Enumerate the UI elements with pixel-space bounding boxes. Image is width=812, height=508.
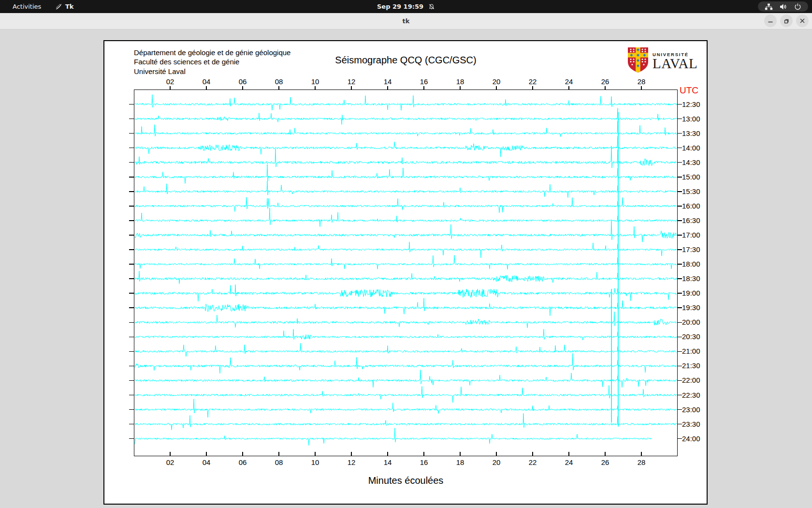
x-tick-label-bottom: 10 (305, 458, 325, 466)
y-tick-right (678, 307, 682, 308)
utc-time-label: 16:00 (682, 202, 700, 210)
minimize-button[interactable] (764, 15, 777, 27)
trace-row-17:30 (135, 242, 677, 258)
utc-axis-label: UTC (680, 85, 698, 96)
y-tick-right (678, 366, 682, 367)
y-tick-left (129, 235, 134, 236)
x-tick-label-bottom: 18 (450, 458, 470, 466)
x-tick-bottom (641, 452, 642, 456)
y-tick-right (678, 293, 682, 294)
universite-laval-logo: UNIVERSITÉ LAVAL (627, 47, 697, 75)
utc-time-label: 17:30 (682, 246, 700, 254)
volume-icon (780, 3, 787, 10)
trace-row-13:30 (135, 121, 677, 138)
utc-time-label: 15:30 (682, 188, 700, 195)
y-tick-left (129, 264, 134, 265)
utc-time-label: 24:00 (682, 435, 700, 443)
x-tick-label-top: 06 (233, 77, 252, 86)
x-tick-label-bottom: 04 (197, 458, 216, 466)
clock-label: Sep 29 19:59 (377, 3, 423, 10)
x-tick-top (351, 86, 352, 90)
y-tick-right (678, 206, 682, 207)
utc-time-label: 22:30 (682, 391, 700, 399)
y-tick-right (678, 337, 682, 338)
utc-time-label: 19:30 (682, 304, 700, 312)
y-tick-right (678, 119, 682, 120)
app-menu-tk[interactable]: Tk (52, 0, 77, 13)
utc-time-label: 21:30 (682, 362, 700, 370)
x-tick-bottom (351, 452, 352, 456)
y-tick-left (129, 366, 134, 367)
y-tick-left (129, 409, 134, 410)
x-tick-top (423, 86, 424, 90)
x-tick-top (387, 86, 388, 90)
x-tick-bottom (460, 452, 461, 456)
y-tick-left (129, 133, 134, 134)
utc-time-label: 18:00 (682, 260, 700, 268)
y-tick-right (678, 395, 682, 396)
y-tick-right (678, 104, 682, 105)
x-tick-label-top: 24 (559, 77, 579, 86)
x-tick-top (460, 86, 461, 90)
x-tick-top (641, 86, 642, 90)
notifications-disabled-bell-icon (428, 3, 435, 10)
utc-time-label: 18:30 (682, 275, 700, 283)
utc-time-label: 21:00 (682, 347, 700, 355)
y-tick-right (678, 438, 682, 439)
trace-row-14:30 (135, 146, 677, 168)
clock-menu[interactable]: Sep 29 19:59 (377, 0, 435, 13)
x-tick-label-top: 10 (305, 77, 325, 86)
trace-row-12:30 (135, 95, 677, 111)
x-tick-top (568, 86, 569, 90)
x-tick-bottom (568, 452, 569, 456)
x-tick-label-top: 14 (378, 77, 397, 86)
x-tick-label-bottom: 06 (233, 458, 252, 466)
app-menu-label: Tk (65, 3, 74, 10)
trace-row-23:30 (135, 414, 677, 430)
x-tick-label-top: 20 (487, 77, 506, 86)
maximize-restore-button[interactable] (780, 15, 793, 27)
plot-title: Séismographe QCQ (CGC/GSC) (134, 55, 678, 66)
y-tick-left (129, 206, 134, 207)
x-tick-bottom (242, 452, 243, 456)
x-tick-top (206, 86, 207, 90)
y-tick-right (678, 409, 682, 410)
y-tick-left (129, 148, 134, 149)
x-tick-bottom (387, 452, 388, 456)
y-tick-right (678, 380, 682, 381)
utc-time-label: 20:00 (682, 318, 700, 326)
close-button[interactable] (796, 15, 809, 27)
y-tick-right (678, 133, 682, 134)
x-tick-label-bottom: 28 (632, 458, 651, 466)
system-status-area[interactable] (758, 1, 808, 12)
utc-time-label: 23:30 (682, 420, 700, 428)
x-tick-bottom (278, 452, 279, 456)
y-tick-left (129, 307, 134, 308)
window-titlebar[interactable]: tk (0, 13, 812, 30)
x-tick-top (315, 86, 316, 90)
utc-time-label: 12:30 (682, 101, 700, 108)
x-tick-bottom (496, 452, 497, 456)
wired-network-icon (765, 3, 773, 10)
x-tick-top (605, 86, 606, 90)
trace-row-17:00 (135, 221, 677, 242)
x-tick-label-bottom: 26 (595, 458, 615, 466)
utc-time-label: 14:00 (682, 144, 700, 152)
y-tick-left (129, 438, 134, 439)
y-tick-right (678, 191, 682, 192)
trace-row-21:30 (135, 353, 677, 373)
x-tick-bottom (170, 452, 171, 456)
utc-time-label: 13:30 (682, 130, 700, 137)
activities-button[interactable]: Activities (7, 0, 47, 13)
trace-row-24:00 (135, 428, 652, 446)
y-tick-right (678, 322, 682, 323)
x-tick-bottom (315, 452, 316, 456)
desktop-screen: Activities Tk Sep 29 19:59 (0, 0, 812, 508)
activities-label: Activities (13, 3, 41, 10)
x-tick-label-bottom: 02 (160, 458, 180, 466)
y-tick-left (129, 104, 134, 105)
trace-row-13:00 (135, 108, 677, 125)
x-tick-bottom (423, 452, 424, 456)
y-tick-left (129, 322, 134, 323)
y-tick-right (678, 177, 682, 178)
